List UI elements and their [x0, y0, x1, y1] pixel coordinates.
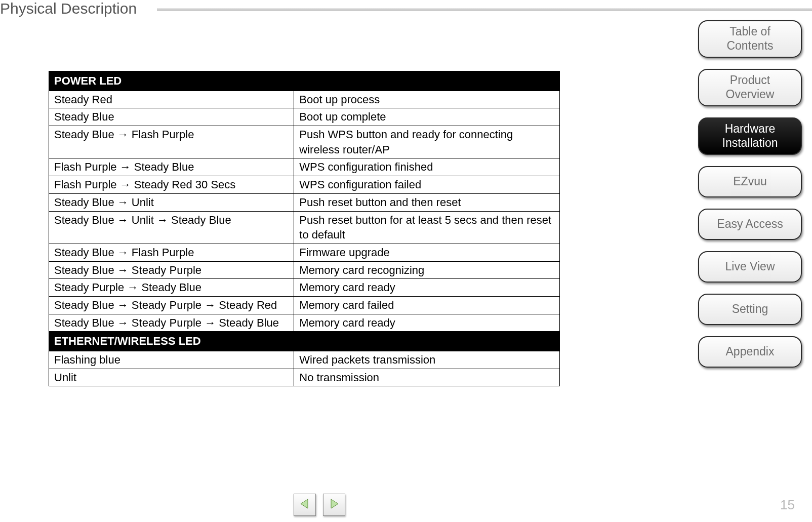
state-cell: Steady Blue → Flash Purple [49, 244, 294, 261]
prev-page-button[interactable] [294, 494, 316, 516]
sidebar-item-label: Hardware Installation [722, 122, 778, 150]
section-header-cell: ETHERNET/WIRELESS LED [49, 332, 560, 351]
state-cell: Unlit [49, 369, 294, 386]
state-cell: Flash Purple → Steady Red 30 Secs [49, 176, 294, 194]
state-cell: Steady Red [49, 91, 294, 108]
table-row: Flash Purple → Steady Red 30 SecsWPS con… [49, 176, 560, 194]
sidebar-item-7[interactable]: Appendix [698, 336, 802, 368]
table-row: Flash Purple → Steady BlueWPS configurat… [49, 158, 560, 176]
table-section-header: POWER LED [49, 71, 560, 91]
table-row: UnlitNo transmission [49, 369, 560, 386]
meaning-cell: Memory card ready [294, 314, 560, 332]
meaning-cell: Memory card recognizing [294, 261, 560, 279]
meaning-cell: Memory card ready [294, 279, 560, 297]
table-row: Steady Blue → Unlit → Steady BluePush re… [49, 211, 560, 244]
state-cell: Steady Blue → Steady Purple → Steady Blu… [49, 314, 294, 332]
next-page-button[interactable] [323, 494, 345, 516]
state-cell: Steady Blue → Unlit → Steady Blue [49, 211, 294, 244]
state-cell: Steady Purple → Steady Blue [49, 279, 294, 297]
main-content: POWER LEDSteady RedBoot up processSteady… [49, 71, 560, 386]
table-row: Steady Blue → Steady Purple → Steady Red… [49, 296, 560, 314]
section-header-cell: POWER LED [49, 71, 560, 91]
header-rule [157, 8, 812, 11]
table-row: Steady Blue → Flash PurpleFirmware upgra… [49, 244, 560, 261]
meaning-cell: No transmission [294, 369, 560, 386]
state-cell: Steady Blue → Steady Purple → Steady Red [49, 296, 294, 314]
meaning-cell: WPS configuration finished [294, 158, 560, 176]
table-section-header: ETHERNET/WIRELESS LED [49, 332, 560, 351]
sidebar-item-label: Appendix [726, 345, 775, 359]
meaning-cell: Push WPS button and ready for connecting… [294, 126, 560, 158]
sidebar-item-label: Product Overview [726, 73, 775, 101]
state-cell: Steady Blue → Steady Purple [49, 261, 294, 279]
meaning-cell: Boot up complete [294, 108, 560, 126]
table-row: Steady BlueBoot up complete [49, 108, 560, 126]
sidebar-item-label: Easy Access [717, 217, 783, 231]
meaning-cell: Firmware upgrade [294, 244, 560, 261]
arrow-right-icon [328, 498, 340, 512]
sidebar-item-1[interactable]: Product Overview [698, 69, 802, 106]
sidebar-item-0[interactable]: Table of Contents [698, 20, 802, 58]
sidebar: Table of ContentsProduct OverviewHardwar… [698, 20, 802, 368]
svg-marker-0 [301, 499, 308, 508]
sidebar-item-5[interactable]: Live View [698, 251, 802, 283]
meaning-cell: Memory card failed [294, 296, 560, 314]
sidebar-item-label: Live View [725, 260, 775, 274]
state-cell: Flash Purple → Steady Blue [49, 158, 294, 176]
sidebar-item-label: Table of Contents [726, 25, 773, 53]
arrow-left-icon [299, 498, 311, 512]
header: Physical Description [0, 0, 812, 17]
meaning-cell: Push reset button for at least 5 secs an… [294, 211, 560, 244]
svg-marker-1 [331, 499, 338, 508]
sidebar-item-2[interactable]: Hardware Installation [698, 117, 802, 155]
meaning-cell: WPS configuration failed [294, 176, 560, 194]
pager [294, 494, 345, 516]
page-number: 15 [780, 497, 795, 513]
table-row: Steady Blue → Flash PurplePush WPS butto… [49, 126, 560, 158]
table-row: Steady Blue → Steady PurpleMemory card r… [49, 261, 560, 279]
state-cell: Steady Blue [49, 108, 294, 126]
table-row: Steady Blue → UnlitPush reset button and… [49, 193, 560, 211]
state-cell: Steady Blue → Unlit [49, 193, 294, 211]
page-title: Physical Description [0, 0, 141, 17]
meaning-cell: Push reset button and then reset [294, 193, 560, 211]
sidebar-item-label: EZvuu [733, 175, 766, 189]
sidebar-item-3[interactable]: EZvuu [698, 166, 802, 197]
sidebar-item-6[interactable]: Setting [698, 294, 802, 325]
led-table: POWER LEDSteady RedBoot up processSteady… [49, 71, 560, 386]
state-cell: Steady Blue → Flash Purple [49, 126, 294, 158]
sidebar-item-label: Setting [732, 302, 768, 316]
state-cell: Flashing blue [49, 351, 294, 369]
table-row: Steady RedBoot up process [49, 91, 560, 108]
table-row: Steady Purple → Steady BlueMemory card r… [49, 279, 560, 297]
table-row: Flashing blueWired packets transmission [49, 351, 560, 369]
sidebar-item-4[interactable]: Easy Access [698, 209, 802, 240]
table-row: Steady Blue → Steady Purple → Steady Blu… [49, 314, 560, 332]
meaning-cell: Wired packets transmission [294, 351, 560, 369]
meaning-cell: Boot up process [294, 91, 560, 108]
